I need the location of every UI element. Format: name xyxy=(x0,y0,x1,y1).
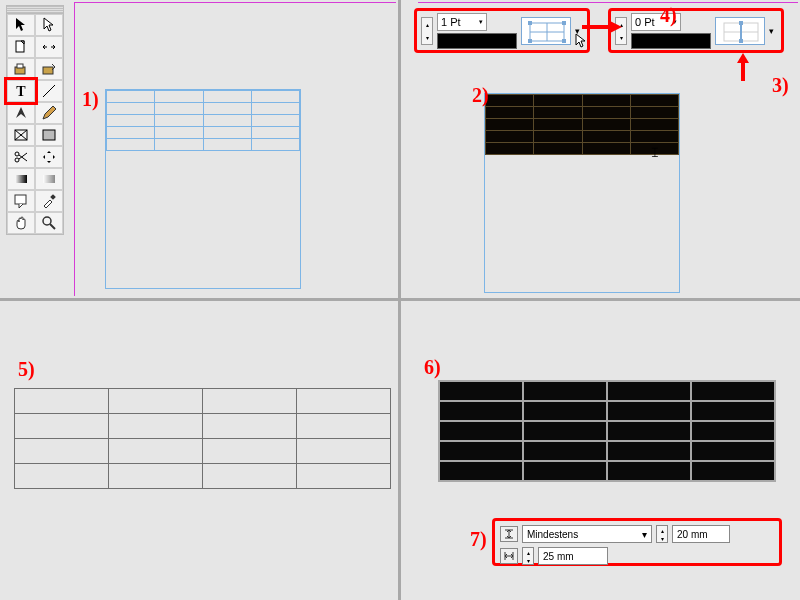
toolbox-grip[interactable] xyxy=(7,6,63,14)
direct-selection-tool[interactable] xyxy=(35,14,63,36)
text-frame-2[interactable]: 𝙸 xyxy=(484,93,680,293)
dropdown-icon[interactable]: ▾ xyxy=(479,18,483,26)
selection-tool[interactable] xyxy=(7,14,35,36)
col-width-value-input[interactable]: 25 mm xyxy=(538,547,608,565)
callout-1: 1) xyxy=(82,88,99,111)
svg-line-5 xyxy=(43,85,55,97)
stroke-color-swatch-right[interactable] xyxy=(631,33,711,49)
type-tool[interactable]: T xyxy=(7,80,35,102)
svg-line-20 xyxy=(50,224,55,229)
callout-7: 7) xyxy=(470,528,487,551)
stroke-weight-field-left[interactable]: 1 Pt▾ xyxy=(437,13,487,31)
rectangle-tool[interactable] xyxy=(35,124,63,146)
col-width-spinner[interactable]: ▴▾ xyxy=(522,547,534,565)
spin-down-icon[interactable]: ▾ xyxy=(422,31,432,44)
row-height-mode-select[interactable]: Mindestens▾ xyxy=(522,525,652,543)
border-proxy-right[interactable] xyxy=(715,17,765,45)
svg-rect-27 xyxy=(562,39,566,43)
svg-rect-24 xyxy=(528,21,532,25)
canvas-area-1 xyxy=(74,2,396,296)
svg-rect-31 xyxy=(739,21,743,25)
page-tool[interactable] xyxy=(7,36,35,58)
panel-4: 6) 7) Mindestens▾ ▴▾ 20 mm ▴▾ 25 mm xyxy=(400,300,800,600)
eyedropper-tool[interactable] xyxy=(35,190,63,212)
svg-rect-9 xyxy=(43,130,55,140)
toolbox: T xyxy=(6,5,64,235)
mouse-cursor-icon xyxy=(575,33,589,52)
content-placer-tool[interactable] xyxy=(35,58,63,80)
zoom-tool[interactable] xyxy=(35,212,63,234)
table-blue[interactable] xyxy=(106,90,300,151)
panel-1: T xyxy=(0,0,398,298)
svg-rect-17 xyxy=(15,195,26,204)
col-width-icon xyxy=(500,548,518,564)
dropdown-icon[interactable]: ▾ xyxy=(769,26,774,36)
row-height-icon xyxy=(500,526,518,542)
free-transform-tool[interactable] xyxy=(35,146,63,168)
line-tool[interactable] xyxy=(35,80,63,102)
pen-tool[interactable] xyxy=(7,102,35,124)
row-height-value-input[interactable]: 20 mm xyxy=(672,525,730,543)
svg-point-19 xyxy=(43,217,51,225)
pencil-tool[interactable] xyxy=(35,102,63,124)
svg-rect-3 xyxy=(43,67,53,74)
svg-rect-25 xyxy=(562,21,566,25)
callout-5: 5) xyxy=(18,358,35,381)
arrow-up-icon xyxy=(736,53,750,81)
gap-tool[interactable] xyxy=(35,36,63,58)
content-collector-tool[interactable] xyxy=(7,58,35,80)
callout-2: 2) xyxy=(472,84,489,107)
panel-2: 𝙸 ▴▾ 1 Pt▾ ▾ ▴▾ 0 Pt▾ ▾ 2) 3) 4) xyxy=(400,0,800,298)
svg-rect-14 xyxy=(15,175,27,183)
panel-3: 5) xyxy=(0,300,398,600)
gradient-swatch-tool[interactable] xyxy=(7,168,35,190)
spin-up-icon[interactable]: ▴ xyxy=(422,18,432,31)
row-height-panel: Mindestens▾ ▴▾ 20 mm ▴▾ 25 mm xyxy=(492,518,782,566)
svg-rect-32 xyxy=(739,39,743,43)
gradient-feather-tool[interactable] xyxy=(35,168,63,190)
text-frame-1[interactable] xyxy=(105,89,301,289)
svg-text:T: T xyxy=(16,84,26,99)
dropdown-icon[interactable]: ▾ xyxy=(642,529,647,540)
hand-tool[interactable] xyxy=(7,212,35,234)
callout-6: 6) xyxy=(424,356,441,379)
text-cursor-icon: 𝙸 xyxy=(650,144,660,161)
stroke-color-swatch-left[interactable] xyxy=(437,33,517,49)
stroke-weight-spinner-left[interactable]: ▴▾ xyxy=(421,17,433,45)
scissors-tool[interactable] xyxy=(7,146,35,168)
arrow-right-icon xyxy=(582,20,622,34)
svg-point-10 xyxy=(15,158,19,162)
svg-rect-16 xyxy=(43,175,55,183)
row-height-spinner[interactable]: ▴▾ xyxy=(656,525,668,543)
svg-rect-26 xyxy=(528,39,532,43)
border-proxy-left[interactable] xyxy=(521,17,571,45)
svg-rect-18 xyxy=(50,194,56,200)
table-dark-result xyxy=(438,380,776,482)
callout-4: 4) xyxy=(660,4,677,27)
svg-point-11 xyxy=(15,152,19,156)
stroke-panel-left: ▴▾ 1 Pt▾ ▾ xyxy=(414,8,590,53)
table-light-result xyxy=(14,388,391,489)
stroke-panel-right: ▴▾ 0 Pt▾ ▾ xyxy=(608,8,784,53)
callout-3: 3) xyxy=(772,74,789,97)
note-tool[interactable] xyxy=(7,190,35,212)
rectangle-frame-tool[interactable] xyxy=(7,124,35,146)
svg-rect-2 xyxy=(17,64,23,68)
